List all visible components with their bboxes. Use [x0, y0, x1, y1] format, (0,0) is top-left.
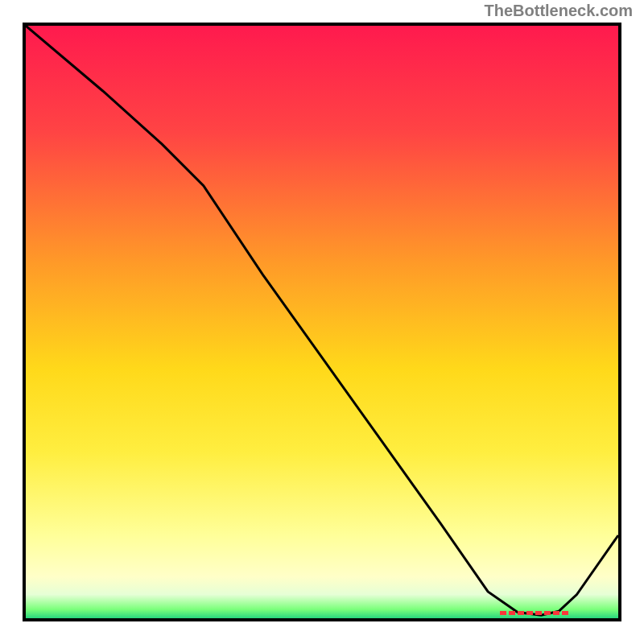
valley-marker — [500, 611, 571, 616]
valley-dash — [500, 611, 506, 615]
chart-frame — [23, 23, 621, 621]
watermark-text: TheBottleneck.com — [485, 2, 633, 20]
chart-svg — [26, 26, 618, 618]
valley-dash — [526, 611, 533, 615]
gradient-background — [26, 26, 618, 618]
valley-dash — [544, 611, 551, 615]
valley-dash — [509, 611, 515, 615]
valley-dash — [518, 611, 524, 615]
chart-area — [26, 26, 618, 618]
valley-dash — [535, 611, 542, 615]
valley-dash — [562, 611, 568, 615]
valley-dash — [553, 611, 559, 615]
